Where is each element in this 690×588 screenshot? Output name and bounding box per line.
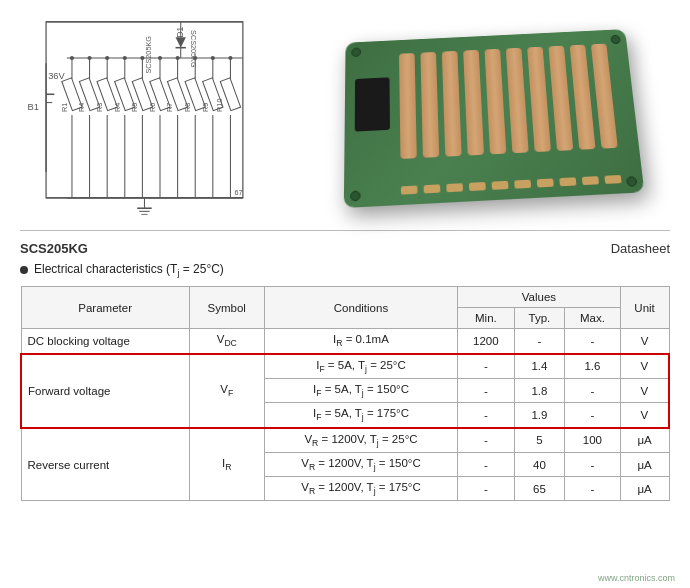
doc-type: Datasheet: [611, 241, 670, 256]
cond-rc2: VR = 1200V, Tj = 150°C: [264, 452, 457, 476]
symbol-dc-blocking: VDC: [189, 329, 264, 354]
col-header-unit: Unit: [620, 287, 669, 329]
table-row: Forward voltage VF IF = 5A, Tj = 25°C - …: [21, 354, 669, 379]
svg-point-67: [176, 56, 180, 60]
param-dc-blocking: DC blocking voltage: [21, 329, 189, 354]
unit-dc-blocking: V: [620, 329, 669, 354]
section-divider: [20, 230, 670, 231]
svg-point-62: [88, 56, 92, 60]
unit-fv3: V: [620, 403, 669, 428]
param-fwd-voltage: Forward voltage: [21, 354, 189, 428]
cond-rc3: VR = 1200V, Tj = 175°C: [264, 477, 457, 501]
svg-text:R6: R6: [148, 103, 157, 112]
svg-text:R4: R4: [77, 103, 86, 112]
svg-point-64: [123, 56, 127, 60]
cond-fv3: IF = 5A, Tj = 175°C: [264, 403, 457, 428]
svg-point-61: [70, 56, 74, 60]
svg-text:R1: R1: [60, 103, 69, 112]
svg-text:B1: B1: [27, 102, 38, 112]
min-rc2: -: [458, 452, 514, 476]
svg-point-66: [158, 56, 162, 60]
svg-text:SCS205KG: SCS205KG: [189, 30, 198, 68]
col-header-min: Min.: [458, 308, 514, 329]
min-fv3: -: [458, 403, 514, 428]
svg-text:R8: R8: [183, 103, 192, 112]
svg-text:D1: D1: [176, 26, 185, 37]
min-fv1: -: [458, 354, 514, 379]
unit-rc2: μA: [620, 452, 669, 476]
max-fv1: 1.6: [565, 354, 620, 379]
watermark: www.cntronics.com: [598, 573, 675, 583]
bullet-icon: [20, 266, 28, 274]
characteristics-table: Parameter Symbol Conditions Values Unit …: [20, 286, 670, 501]
col-header-symbol: Symbol: [189, 287, 264, 329]
svg-marker-14: [176, 37, 186, 47]
svg-point-68: [193, 56, 197, 60]
typ-rc2: 40: [514, 452, 565, 476]
param-rev-current: Reverse current: [21, 428, 189, 501]
unit-fv1: V: [620, 354, 669, 379]
col-header-param: Parameter: [21, 287, 189, 329]
typ-fv2: 1.8: [514, 378, 565, 402]
table-row: DC blocking voltage VDC IR = 0.1mA 1200 …: [21, 329, 669, 354]
symbol-fwd-voltage: VF: [189, 354, 264, 428]
col-header-typ: Typ.: [514, 308, 565, 329]
unit-rc1: μA: [620, 428, 669, 453]
svg-text:67: 67: [235, 188, 243, 197]
unit-fv2: V: [620, 378, 669, 402]
max-rc2: -: [565, 452, 620, 476]
svg-text:R5: R5: [130, 103, 139, 112]
min-dc-blocking: 1200: [458, 329, 514, 354]
col-header-conditions: Conditions: [264, 287, 457, 329]
svg-text:GND: GND: [137, 219, 155, 220]
svg-text:R3: R3: [95, 103, 104, 112]
cond-dc-blocking: IR = 0.1mA: [264, 329, 457, 354]
svg-text:R9: R9: [201, 103, 210, 112]
cond-rc1: VR = 1200V, Tj = 25°C: [264, 428, 457, 453]
symbol-rev-current: IR: [189, 428, 264, 501]
svg-point-69: [211, 56, 215, 60]
svg-text:R4: R4: [113, 103, 122, 112]
svg-text:R10: R10: [215, 99, 224, 112]
min-rc1: -: [458, 428, 514, 453]
svg-text:R7: R7: [165, 103, 174, 112]
min-fv2: -: [458, 378, 514, 402]
col-header-values: Values: [458, 287, 620, 308]
typ-fv3: 1.9: [514, 403, 565, 428]
part-number: SCS205KG: [20, 241, 88, 256]
max-rc1: 100: [565, 428, 620, 453]
typ-dc-blocking: -: [514, 329, 565, 354]
svg-point-70: [228, 56, 232, 60]
max-dc-blocking: -: [565, 329, 620, 354]
max-fv2: -: [565, 378, 620, 402]
typ-rc3: 65: [514, 477, 565, 501]
cond-fv1: IF = 5A, Tj = 25°C: [264, 354, 457, 379]
unit-rc3: μA: [620, 477, 669, 501]
typ-fv1: 1.4: [514, 354, 565, 379]
max-rc3: -: [565, 477, 620, 501]
table-row: Reverse current IR VR = 1200V, Tj = 25°C…: [21, 428, 669, 453]
cond-fv2: IF = 5A, Tj = 150°C: [264, 378, 457, 402]
min-rc3: -: [458, 477, 514, 501]
col-header-max: Max.: [565, 308, 620, 329]
svg-text:SCS205KG: SCS205KG: [144, 36, 153, 74]
svg-text:36V: 36V: [48, 71, 65, 81]
typ-rc1: 5: [514, 428, 565, 453]
elec-char-label: Electrical characteristics (Tj = 25°C): [34, 262, 224, 278]
max-fv3: -: [565, 403, 620, 428]
svg-point-63: [105, 56, 109, 60]
